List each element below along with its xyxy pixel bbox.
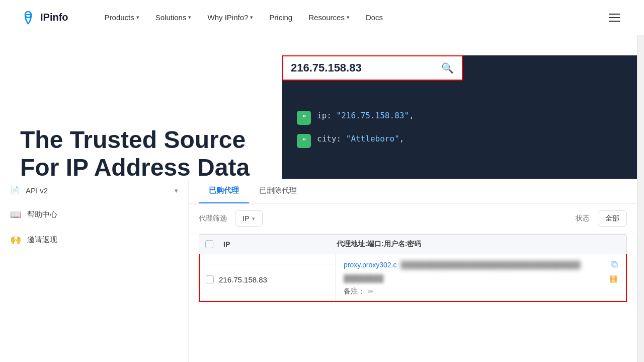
api-chevron-icon: ▾ (175, 187, 178, 194)
tab-purchased[interactable]: 已购代理 (199, 179, 249, 203)
resources-chevron-icon: ▾ (347, 14, 350, 21)
sidebar-item-invite[interactable]: 🙌 邀请返现 (0, 227, 188, 252)
nav-resources[interactable]: Resources ▾ (302, 9, 356, 26)
proxy-blur-extra: ████████ (344, 274, 383, 282)
proxy-col: proxy.proxy302.c ███████████████████████… (336, 254, 626, 301)
table-header: IP 代理地址:端口:用户名:密码 (199, 234, 627, 254)
logo-icon (20, 10, 36, 26)
sidebar: 📄 API v2 ▾ 📖 帮助中心 🙌 邀请返现 (0, 179, 189, 362)
lower-section: 📄 API v2 ▾ 📖 帮助中心 🙌 邀请返现 已购代理 已删除代理 代理筛选… (0, 179, 637, 362)
header-checkbox-col (205, 240, 223, 248)
filter-row: 代理筛选 IP ▾ 状态 全部 (189, 203, 637, 234)
hero-text: The Trusted Source For IP Address Data (20, 126, 250, 181)
col-proxy-header: 代理地址:端口:用户名:密码 (337, 240, 620, 249)
table-row: 216.75.158.83 proxy.proxy302.c █████████… (199, 254, 627, 302)
json-line-city: " city: "Attleboro", (297, 134, 622, 148)
nav-right (605, 10, 624, 26)
ip-cell: 216.75.158.83 (200, 264, 335, 295)
ip-col: 216.75.158.83 (200, 254, 336, 301)
nav-why-ipinfo[interactable]: Why IPinfo? ▾ (201, 9, 259, 26)
filter-select-ip[interactable]: IP ▾ (235, 210, 263, 227)
nav-links: Products ▾ Solutions ▾ Why IPinfo? ▾ Pri… (99, 9, 605, 26)
products-chevron-icon: ▾ (136, 14, 139, 21)
scrollbar-track (637, 0, 644, 362)
invite-icon: 🙌 (10, 234, 21, 245)
json-line-ip: " ip: "216.75.158.83", (297, 111, 622, 125)
json-city-text: city: "Attleboro", (317, 134, 404, 143)
hero-title: The Trusted Source For IP Address Data (20, 126, 250, 181)
json-response-area: " ip: "216.75.158.83", " city: "Attlebor… (282, 101, 637, 167)
ip-address-value: 216.75.158.83 (219, 275, 267, 284)
search-ip-value[interactable]: 216.75.158.83 (291, 61, 362, 75)
tab-deleted[interactable]: 已删除代理 (249, 179, 307, 203)
search-box-inner: 216.75.158.83 🔍 (291, 61, 454, 75)
sidebar-item-help[interactable]: 📖 帮助中心 (0, 202, 188, 227)
note-edit-icon[interactable]: ✏ (368, 287, 374, 296)
nav-products[interactable]: Products ▾ (99, 9, 145, 26)
search-box-container: 216.75.158.83 🔍 (282, 55, 463, 81)
header-checkbox[interactable] (205, 240, 213, 248)
json-ip-text: ip: "216.75.158.83", (317, 111, 414, 120)
hamburger-menu[interactable] (605, 10, 624, 26)
qr-icon[interactable]: ▦ (609, 273, 618, 284)
nav-solutions[interactable]: Solutions ▾ (149, 9, 198, 26)
tabs-row: 已购代理 已删除代理 (189, 179, 637, 203)
proxy-blurred: ████████████████████████████████████ (401, 261, 607, 269)
col-ip-header: IP (223, 240, 337, 248)
why-chevron-icon: ▾ (250, 14, 253, 21)
quote-badge-ip: " (297, 111, 311, 125)
status-label: 状态 (576, 214, 590, 223)
help-icon: 📖 (10, 209, 21, 220)
main-content: 已购代理 已删除代理 代理筛选 IP ▾ 状态 全部 IP 代理地址:端口:用户… (189, 179, 637, 362)
quote-badge-city: " (297, 134, 311, 148)
copy-icon[interactable]: ⧉ (611, 259, 618, 270)
note-label: 备注： (344, 287, 365, 296)
solutions-chevron-icon: ▾ (188, 14, 191, 21)
row-checkbox[interactable] (206, 275, 214, 283)
api-icon: 📄 (10, 186, 20, 195)
filter-label: 代理筛选 (199, 214, 227, 223)
proxy-host: proxy.proxy302.c (344, 261, 397, 269)
logo-text: IPinfo (40, 12, 68, 23)
table-container: IP 代理地址:端口:用户名:密码 216.75.158.83 proxy.pr… (189, 234, 637, 302)
search-icon[interactable]: 🔍 (441, 62, 454, 74)
proxy-blur-row: ████████ ▦ (344, 273, 618, 284)
nav-pricing[interactable]: Pricing (263, 9, 298, 26)
sidebar-item-api[interactable]: 📄 API v2 ▾ (0, 179, 188, 202)
filter-chevron-icon: ▾ (252, 215, 255, 222)
navbar: IPinfo Products ▾ Solutions ▾ Why IPinfo… (0, 0, 644, 35)
nav-docs[interactable]: Docs (360, 9, 389, 26)
status-value[interactable]: 全部 (598, 210, 627, 227)
proxy-address-row: proxy.proxy302.c ███████████████████████… (344, 259, 618, 270)
logo[interactable]: IPinfo (20, 10, 68, 26)
note-row: 备注： ✏ (344, 287, 618, 296)
